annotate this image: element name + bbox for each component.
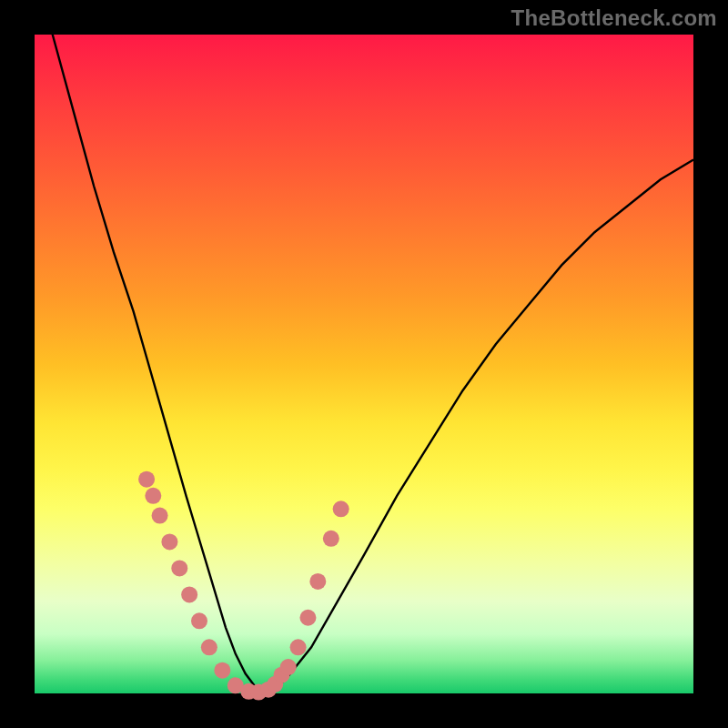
plot-area: [35, 35, 693, 693]
curve-marker: [280, 659, 297, 675]
curve-marker: [299, 610, 316, 626]
curve-marker: [191, 612, 207, 629]
curve-marker: [290, 639, 307, 655]
curve-marker: [145, 488, 161, 504]
bottleneck-curve: [35, 0, 693, 693]
curve-marker: [181, 586, 197, 602]
curve-markers: [138, 471, 349, 701]
curve-marker: [333, 500, 349, 517]
curve-marker: [152, 508, 168, 524]
chart-frame: TheBottleneck.com: [0, 0, 728, 728]
curve-marker: [214, 662, 230, 679]
curve-marker: [171, 560, 187, 576]
chart-svg: [35, 35, 693, 693]
curve-marker: [161, 533, 177, 550]
watermark-text: TheBottleneck.com: [511, 5, 717, 31]
curve-marker: [323, 531, 339, 547]
curve-marker: [309, 573, 326, 590]
curve-marker: [201, 639, 217, 655]
curve-marker: [138, 471, 155, 488]
